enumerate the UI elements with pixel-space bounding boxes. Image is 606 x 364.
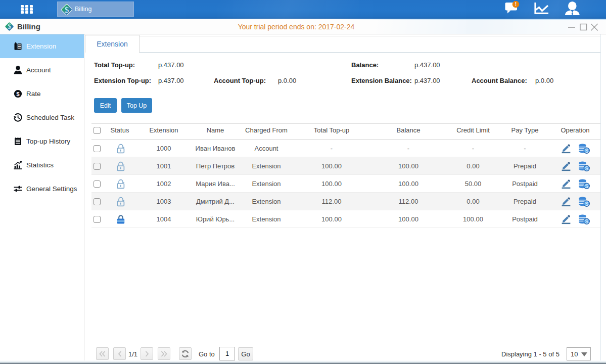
svg-text:S: S — [585, 165, 588, 171]
svg-text:$: $ — [16, 91, 20, 97]
svg-text:!: ! — [515, 2, 517, 7]
svg-text:S: S — [585, 148, 588, 153]
svg-text:S: S — [585, 183, 588, 189]
svg-text:S: S — [585, 218, 588, 224]
svg-text:S: S — [585, 201, 588, 206]
svg-text:$: $ — [65, 5, 69, 15]
